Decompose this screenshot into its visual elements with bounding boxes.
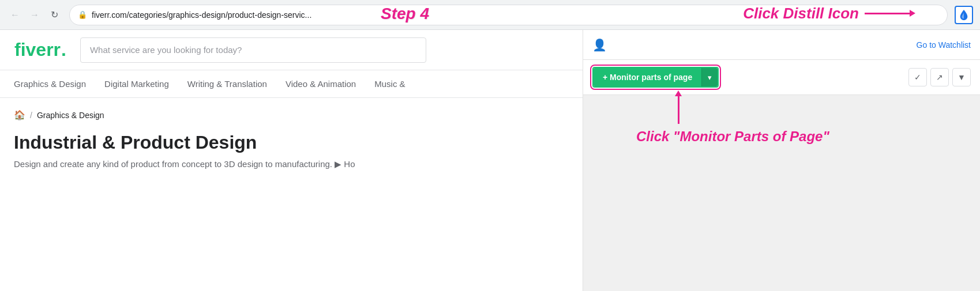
nav-music[interactable]: Music &: [374, 79, 405, 89]
page-title: Industrial & Product Design: [14, 132, 569, 153]
click-monitor-label: Click "Monitor Parts of Page": [636, 129, 829, 145]
monitor-button-group: + Monitor parts of page ▾: [592, 67, 719, 88]
page-title-area: Industrial & Product Design Design and c…: [0, 127, 583, 179]
nav-graphics-design[interactable]: Graphics & Design: [14, 79, 86, 89]
fiverr-search[interactable]: What service are you looking for today?: [80, 37, 426, 63]
checkmark-button[interactable]: ✓: [908, 68, 927, 86]
monitor-arrow-annotation: Click "Monitor Parts of Page": [636, 95, 829, 145]
back-button[interactable]: ←: [7, 7, 23, 23]
nav-buttons: ← → ↻: [7, 7, 62, 23]
distill-panel: 👤 Go to Watchlist + Monitor parts of pag…: [583, 30, 980, 291]
fiverr-header: fiverr. What service are you looking for…: [0, 30, 583, 70]
breadcrumb: 🏠 / Graphics & Design: [0, 98, 583, 127]
monitor-up-arrow: [678, 95, 679, 124]
breadcrumb-separator: /: [30, 111, 32, 120]
distill-panel-header: 👤 Go to Watchlist: [583, 30, 980, 60]
forward-button[interactable]: →: [27, 7, 43, 23]
search-placeholder: What service are you looking for today?: [90, 45, 242, 55]
distill-arrow: [865, 13, 911, 14]
breadcrumb-home-icon[interactable]: 🏠: [14, 109, 25, 120]
nav-writing-translation[interactable]: Writing & Translation: [187, 79, 267, 89]
page-description: Design and create any kind of product fr…: [14, 159, 569, 169]
fiverr-area: fiverr. What service are you looking for…: [0, 30, 583, 291]
reload-button[interactable]: ↻: [46, 7, 62, 23]
page-content: fiverr. What service are you looking for…: [0, 30, 980, 291]
fiverr-nav: Graphics & Design Digital Marketing Writ…: [0, 70, 583, 98]
distill-extension-icon[interactable]: [955, 6, 973, 24]
go-to-watchlist-link[interactable]: Go to Watchlist: [917, 40, 971, 50]
click-distill-annotation: Click Distill Icon: [743, 5, 911, 22]
distill-toolbar: + Monitor parts of page ▾ ✓ ↗ ▼: [583, 60, 980, 95]
distill-toolbar-right: ✓ ↗ ▼: [908, 68, 971, 86]
step4-annotation: Step 4: [381, 5, 429, 23]
breadcrumb-current[interactable]: Graphics & Design: [37, 111, 104, 120]
more-options-button[interactable]: ▼: [952, 68, 971, 86]
fiverr-logo: fiverr.: [14, 39, 66, 61]
dropdown-chevron: ▾: [708, 73, 712, 82]
external-link-button[interactable]: ↗: [930, 68, 949, 86]
monitor-dropdown-arrow[interactable]: ▾: [701, 68, 718, 86]
nav-video-animation[interactable]: Video & Animation: [286, 79, 356, 89]
nav-digital-marketing[interactable]: Digital Marketing: [104, 79, 169, 89]
distill-user-icon: 👤: [592, 38, 607, 52]
monitor-parts-button[interactable]: + Monitor parts of page: [594, 68, 701, 86]
lock-icon: 🔒: [78, 10, 87, 19]
